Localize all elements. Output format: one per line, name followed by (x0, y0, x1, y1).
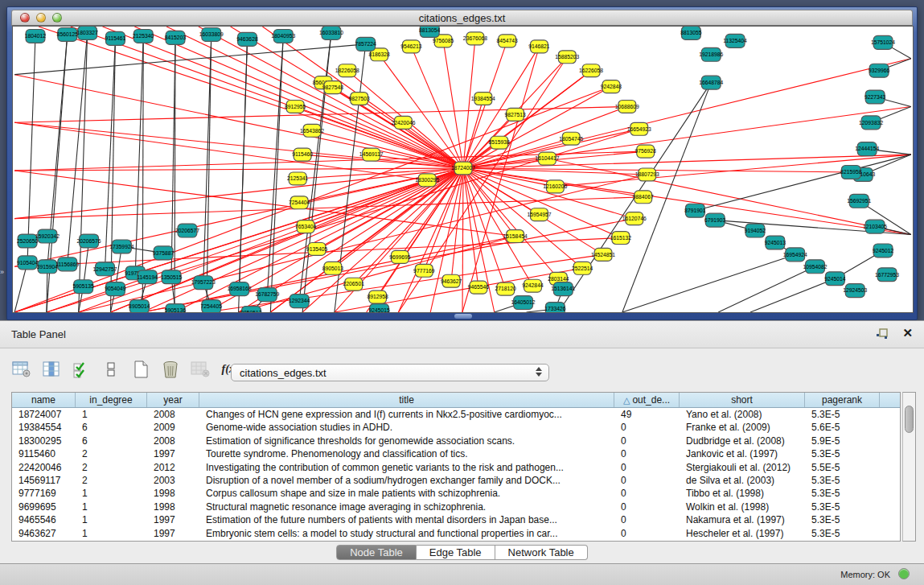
graph-node[interactable]: 17957223 (191, 276, 216, 290)
graph-node[interactable]: 9375887 (153, 246, 175, 260)
graph-node[interactable]: 9245014 (824, 272, 846, 286)
graph-node[interactable]: 9242844 (522, 279, 544, 292)
graph-node[interactable]: 16772953 (875, 268, 899, 282)
graph-node[interactable]: 19384554 (471, 93, 495, 105)
graph-node[interactable]: 8905014 (129, 300, 150, 312)
graph-node[interactable]: 5905136 (165, 304, 187, 312)
show-columns-icon[interactable] (41, 359, 62, 380)
graph-node[interactable]: 9146821 (528, 40, 550, 53)
graph-edge[interactable] (27, 36, 35, 262)
minimize-window-button[interactable] (36, 13, 46, 23)
graph-edge[interactable] (68, 33, 88, 264)
graph-edge[interactable] (463, 47, 539, 168)
graph-node[interactable]: 15158454 (503, 230, 528, 243)
row-height-icon[interactable] (101, 359, 121, 380)
network-canvas[interactable]: 1872400785601238912955182260589827503982… (12, 26, 914, 313)
graph-node[interactable]: 9105404 (17, 256, 39, 270)
select-columns-icon[interactable] (71, 359, 92, 380)
graph-edge[interactable] (462, 168, 463, 312)
citation-network-graph[interactable]: 1872400785601238912955182260589827503982… (13, 27, 913, 312)
graph-node[interactable]: 15136141 (551, 282, 575, 296)
graph-edge[interactable] (142, 219, 634, 312)
zoom-window-button[interactable] (52, 13, 62, 23)
graph-node[interactable]: 12160206 (543, 180, 567, 193)
graph-node[interactable]: 8813054 (419, 27, 441, 37)
table-row[interactable]: 2242004622012Investigating the contribut… (12, 461, 900, 474)
graph-node[interactable]: 9463627 (441, 274, 462, 287)
close-panel-icon[interactable]: ✕ (902, 326, 913, 340)
graph-edge[interactable] (622, 254, 795, 312)
graph-node[interactable]: 10954082 (803, 260, 827, 274)
tab-network-table[interactable]: Network Table (495, 545, 588, 560)
import-table-disabled-icon[interactable] (190, 359, 211, 380)
graph-node[interactable]: 14569117 (359, 148, 384, 161)
graph-node[interactable]: 8415203 (165, 31, 187, 44)
graph-node[interactable]: 8215958 (840, 166, 862, 179)
graph-node[interactable]: 16782759 (255, 288, 279, 302)
new-column-icon[interactable] (130, 359, 151, 380)
graph-node[interactable]: 16648784 (699, 76, 723, 89)
graph-node[interactable]: 2206501 (343, 278, 365, 290)
graph-node[interactable]: 12924503 (843, 284, 867, 298)
graph-edge[interactable] (105, 39, 116, 269)
graph-node[interactable]: 9329966 (869, 64, 890, 77)
graph-node[interactable]: 9884067 (633, 191, 655, 204)
table-row[interactable]: 946362711997Embryonic stem cells: a mode… (12, 527, 900, 540)
table-row[interactable]: 969969511998Structural magnetic resonanc… (12, 501, 900, 513)
graph-node[interactable]: 12093832 (859, 116, 883, 130)
graph-node[interactable]: 9777169 (413, 264, 435, 277)
graph-node[interactable]: 9194052 (745, 224, 766, 237)
graph-node[interactable]: 18300295 (415, 174, 439, 187)
graph-node[interactable]: 16104417 (535, 152, 559, 165)
graph-node[interactable]: 8560125 (57, 27, 79, 41)
graph-node[interactable]: 16954924 (783, 248, 807, 262)
close-window-button[interactable] (20, 13, 30, 23)
graph-node[interactable]: 16543862 (300, 124, 324, 137)
column-header-name[interactable]: name (12, 393, 76, 407)
graph-node[interactable]: 16958168 (228, 282, 252, 296)
table-settings-icon[interactable] (11, 359, 32, 380)
graph-node[interactable]: 11156869 (55, 257, 79, 271)
graph-node[interactable]: 1733426 (544, 303, 566, 312)
graph-node[interactable]: 9115461 (105, 31, 126, 45)
graph-node[interactable]: 16226058 (579, 64, 603, 77)
graph-node[interactable]: 5905135 (73, 280, 95, 294)
graph-node[interactable]: 15751024 (871, 35, 895, 49)
graph-node[interactable]: 8515938 (489, 136, 511, 149)
float-panel-icon[interactable] (876, 328, 889, 340)
graph-node[interactable]: 2522514 (572, 262, 593, 274)
graph-edge[interactable] (750, 278, 835, 312)
graph-node[interactable]: 7254405 (201, 300, 223, 312)
graph-node[interactable]: 8912958 (367, 290, 388, 303)
table-row[interactable]: 1456911722003Disruption of a novel membe… (12, 474, 900, 487)
graph-edge[interactable] (14, 262, 27, 312)
graph-node[interactable]: 9227343 (864, 90, 886, 104)
graph-edge[interactable] (462, 47, 539, 312)
graph-node[interactable]: 9245012 (873, 244, 894, 257)
graph-node[interactable]: 23676068 (463, 32, 487, 45)
graph-node[interactable]: 9827548 (322, 81, 344, 94)
graph-node[interactable]: 18724007 (451, 162, 475, 175)
table-row[interactable]: 946554611997Estimation of the future num… (12, 513, 900, 526)
graph-edge[interactable] (463, 168, 539, 215)
graph-node[interactable]: 18054745 (559, 132, 583, 145)
graph-node[interactable]: 20206577 (175, 224, 199, 237)
table-row[interactable]: 911546021997Tourette syndrome. Phenomeno… (12, 447, 900, 460)
window-titlebar[interactable]: citations_edges.txt (11, 10, 913, 26)
delete-column-icon[interactable] (160, 359, 181, 380)
graph-node[interactable]: 8791901 (684, 204, 706, 217)
graph-node[interactable]: 9245015 (368, 304, 390, 312)
graph-node[interactable]: 9242848 (601, 80, 622, 93)
column-header-title[interactable]: title (199, 393, 614, 407)
column-header-short[interactable]: short (680, 393, 805, 407)
graph-node[interactable]: 1145194 (137, 270, 158, 284)
graph-node[interactable]: 17359924 (109, 240, 133, 253)
graph-node[interactable]: 12103405 (863, 220, 887, 233)
graph-node[interactable]: 8454743 (497, 35, 519, 47)
graph-edge[interactable] (398, 168, 463, 312)
graph-node[interactable]: 9135405 (306, 242, 328, 255)
graph-node[interactable]: 18226058 (335, 64, 359, 77)
graph-node[interactable]: 7857224 (355, 37, 377, 51)
graph-node[interactable]: 2125340 (133, 29, 154, 43)
graph-node[interactable]: 9115460 (292, 148, 313, 161)
